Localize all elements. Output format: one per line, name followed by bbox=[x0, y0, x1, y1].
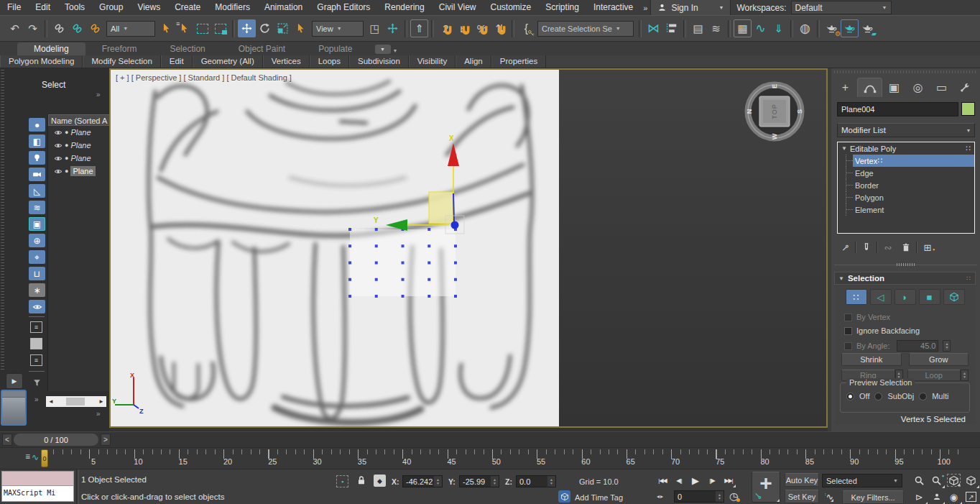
eye-icon[interactable] bbox=[54, 168, 63, 175]
menu-item[interactable]: Civil View bbox=[432, 0, 484, 15]
ribbon-minimize-arrow[interactable]: ▼ bbox=[393, 48, 398, 53]
expand-triangle-icon[interactable]: ▼ bbox=[841, 145, 847, 152]
menu-item[interactable]: Group bbox=[92, 0, 130, 15]
angle-snap-toggle[interactable]: ⊾ bbox=[455, 19, 473, 37]
absolute-mode-transform-icon[interactable]: ◆ bbox=[374, 475, 386, 487]
scroll-right-arrow[interactable]: ► bbox=[96, 398, 106, 405]
material-editor-button[interactable]: ◍ bbox=[796, 19, 814, 37]
by-angle-row[interactable]: By Angle: 45.0 ▲▼ bbox=[844, 340, 951, 352]
element-mode-button[interactable] bbox=[943, 289, 965, 305]
frozen-dot-icon[interactable]: ● bbox=[65, 168, 68, 175]
tab-modify[interactable] bbox=[857, 78, 882, 97]
explorer-h-scrollbar[interactable]: ◄ ► bbox=[46, 396, 106, 407]
menu-item[interactable]: Edit bbox=[28, 0, 57, 15]
zoom-button[interactable] bbox=[911, 472, 928, 488]
stack-row-editable-poly[interactable]: ▼ Editable Poly ∷ bbox=[838, 142, 974, 155]
add-time-tag-label[interactable]: Add Time Tag bbox=[575, 493, 623, 502]
zoom-extents-all-button[interactable] bbox=[963, 472, 979, 488]
explorer-row[interactable]: ●Plane bbox=[48, 139, 109, 152]
frozen-dot-icon[interactable]: ● bbox=[65, 142, 68, 149]
select-by-name-button[interactable]: ≡ bbox=[175, 19, 193, 37]
menu-item[interactable]: Animation bbox=[257, 0, 310, 15]
schematic-view-button[interactable]: ⇓ bbox=[769, 19, 787, 37]
workspace-dropdown[interactable]: Default ▼ bbox=[791, 1, 892, 14]
select-and-link-button[interactable] bbox=[50, 19, 68, 37]
ribbon-tab-populate[interactable]: Populate bbox=[302, 42, 369, 55]
next-frame-button[interactable]: ||▶ bbox=[705, 473, 719, 487]
timeline-tick-label[interactable]: 70 bbox=[653, 457, 698, 466]
timeline-tick-label[interactable]: 90 bbox=[832, 457, 877, 466]
select-and-move-button[interactable] bbox=[238, 19, 256, 37]
tab-display[interactable]: ▭ bbox=[930, 78, 953, 97]
select-and-place-button[interactable] bbox=[292, 19, 310, 37]
menu-item[interactable]: Scripting bbox=[538, 0, 586, 15]
menu-item[interactable]: Views bbox=[130, 0, 167, 15]
stack-row-element[interactable]: Element bbox=[846, 203, 974, 216]
modifier-list-dropdown[interactable]: Modifier List ▼ bbox=[837, 123, 975, 137]
ribbon-tab-object-paint[interactable]: Object Paint bbox=[222, 42, 302, 55]
selection-rollout-header[interactable]: ▼ Selection ∷ bbox=[834, 272, 976, 285]
object-name[interactable]: Plane bbox=[70, 128, 91, 137]
eye-icon[interactable] bbox=[54, 129, 63, 136]
timeline-tick-label[interactable]: 80 bbox=[742, 457, 787, 466]
maxscript-mini-listener[interactable]: MAXScript Mi bbox=[1, 471, 74, 502]
object-name-field[interactable]: Plane004 bbox=[837, 102, 958, 116]
render-production-button[interactable]: ▰ bbox=[859, 19, 877, 37]
ribbon-panel-button[interactable]: Align bbox=[456, 55, 491, 68]
explorer-column-header[interactable]: Name (Sorted A bbox=[48, 114, 109, 126]
display-cameras-toggle[interactable] bbox=[29, 168, 45, 181]
preview-multi-radio[interactable] bbox=[919, 393, 927, 400]
stack-row-border[interactable]: Border bbox=[846, 179, 974, 191]
time-configuration-button[interactable]: ◷ bbox=[729, 490, 738, 502]
flyout-arrow-button[interactable]: ▶ bbox=[6, 373, 23, 389]
timeline-tick-label[interactable]: 10 bbox=[116, 457, 160, 466]
spinner-snap-toggle[interactable]: ⇅ bbox=[491, 19, 509, 37]
zoom-extents-selected-button[interactable] bbox=[947, 474, 961, 487]
border-mode-button[interactable]: ◗ bbox=[895, 289, 916, 305]
keyboard-shortcut-override-toggle[interactable]: ⇑ bbox=[410, 19, 428, 37]
timeline-tick-label[interactable]: 95 bbox=[877, 457, 921, 466]
unlink-selection-button[interactable] bbox=[68, 19, 86, 37]
angle-spinner[interactable]: ▲▼ bbox=[943, 340, 951, 352]
select-none-button[interactable] bbox=[30, 338, 42, 349]
walk-through-button[interactable] bbox=[928, 489, 945, 504]
toggle-scene-explorer-button[interactable]: ▤ bbox=[689, 19, 707, 37]
display-hidden-toggle[interactable] bbox=[29, 300, 45, 313]
stack-row-edge[interactable]: Edge bbox=[846, 167, 974, 179]
menu-item[interactable]: Tools bbox=[57, 0, 92, 15]
viewcube-s[interactable]: S bbox=[796, 109, 803, 114]
remove-modifier-button[interactable] bbox=[898, 240, 914, 255]
bind-to-space-warp-button[interactable] bbox=[86, 19, 104, 37]
frozen-dot-icon[interactable]: ● bbox=[65, 155, 68, 162]
use-pivot-point-center-button[interactable]: ◳ bbox=[366, 19, 384, 37]
display-frozen-toggle[interactable]: ∗ bbox=[29, 283, 45, 297]
time-slider[interactable]: 0 bbox=[41, 449, 48, 467]
explorer-row[interactable]: ●Plane bbox=[48, 126, 109, 139]
prev-range-button[interactable]: < bbox=[2, 434, 12, 446]
frame-nudge-arrows[interactable]: ◂▸ bbox=[657, 493, 664, 500]
object-name[interactable]: Plane bbox=[70, 154, 91, 162]
timeline-tick-label[interactable]: 50 bbox=[474, 457, 519, 466]
rollout-splitter[interactable] bbox=[834, 265, 977, 265]
filter-funnel-icon[interactable] bbox=[29, 376, 45, 390]
x-coordinate-field[interactable]: -46.242▲▼ bbox=[402, 475, 443, 487]
select-object-button[interactable] bbox=[157, 19, 175, 37]
mini-curve-editor-toggle[interactable]: ≣∿ bbox=[32, 452, 39, 462]
explorer-overflow-chevron[interactable]: » bbox=[34, 395, 39, 403]
percent-snap-toggle[interactable]: % bbox=[473, 19, 491, 37]
select-and-rotate-button[interactable] bbox=[256, 19, 274, 37]
select-invert-button[interactable]: ≡ bbox=[30, 354, 42, 366]
edge-mode-button[interactable]: ◁ bbox=[870, 289, 892, 305]
menu-item[interactable]: Graph Editors bbox=[310, 0, 377, 15]
current-frame-field[interactable]: 0▲▼ bbox=[674, 490, 724, 503]
polygon-mode-button[interactable]: ■ bbox=[919, 289, 940, 305]
previous-frame-button[interactable]: ◀|| bbox=[672, 473, 686, 487]
ribbon-tab-modeling[interactable]: Modeling bbox=[17, 42, 85, 55]
z-coordinate-field[interactable]: 0.0▲▼ bbox=[516, 475, 556, 487]
isolate-selection-toggle[interactable]: ▪ bbox=[336, 475, 348, 487]
scroll-thumb[interactable] bbox=[66, 398, 85, 406]
by-vertex-checkbox-row[interactable]: By Vertex bbox=[844, 313, 890, 321]
auto-key-button[interactable]: Auto Key bbox=[785, 473, 819, 487]
reference-coordinate-dropdown[interactable]: View ▼ bbox=[312, 21, 364, 37]
checkbox[interactable] bbox=[844, 342, 852, 350]
